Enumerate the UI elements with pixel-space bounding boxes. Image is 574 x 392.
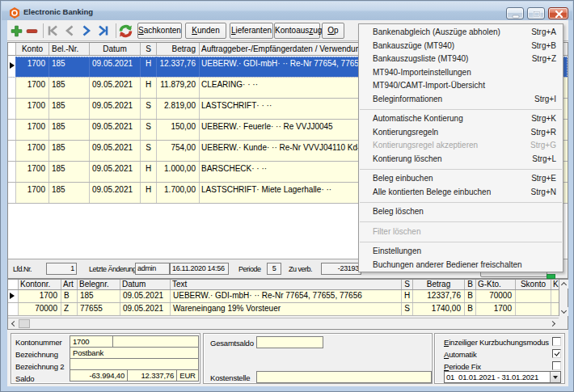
changed-by-field[interactable]: admin [135, 263, 170, 275]
toolbar-button-lieferanten[interactable]: Lieferanten [230, 23, 273, 39]
header-kontonr[interactable]: Kontonr. [19, 280, 61, 289]
menu-separator [360, 202, 562, 203]
header-s[interactable]: S [402, 280, 413, 289]
horizontal-scrollbar[interactable] [8, 318, 559, 328]
header-s[interactable]: S [141, 43, 157, 55]
close-button[interactable] [548, 7, 568, 19]
minimize-button[interactable] [506, 7, 524, 19]
kurzbuchung-label: Einzeiliger Kurzbuchungsmodus [444, 338, 549, 347]
next-record-icon[interactable] [79, 23, 94, 38]
header-belnr[interactable]: Bel.-Nr. [49, 43, 90, 55]
menu-item-einstellungen[interactable]: Einstellungen [359, 245, 563, 259]
scroll-up-button[interactable] [559, 280, 568, 289]
bezeichnung-label: Bezeichnung [15, 350, 58, 359]
zuverb-field[interactable]: -23193 [321, 263, 361, 275]
menu-item-bankenabgleich[interactable]: Bankenabgleich (Auszüge abholen)Strg+A [359, 26, 563, 40]
periode-combobox[interactable]: 01 01.01.2021 - 31.01.2021 [444, 371, 561, 383]
previous-record-icon[interactable] [62, 23, 77, 38]
add-record-icon[interactable] [9, 23, 23, 38]
context-menu: Bankenabgleich (Auszüge abholen)Strg+A B… [358, 23, 563, 272]
automatik-checkbox[interactable] [552, 349, 561, 358]
lfdnr-label: Lfd.Nr. [13, 265, 32, 273]
last-record-icon[interactable] [96, 23, 111, 38]
header-art[interactable]: Art [61, 280, 78, 289]
scroll-right-button[interactable] [548, 319, 558, 328]
bezeichnung-field[interactable]: Postbank [70, 347, 199, 359]
titlebar[interactable]: Electronic Banking [2, 2, 572, 20]
first-record-icon[interactable] [45, 23, 60, 38]
gesamtsaldo-field[interactable] [256, 336, 323, 348]
chevron-left-icon [11, 321, 16, 327]
kostenstelle-field[interactable] [256, 371, 432, 383]
account-group: Kontonummer 1700 Bezeichnung Postbank Be… [11, 333, 200, 384]
menu-item-beleginformationen[interactable]: BeleginformationenStrg+I [359, 93, 563, 107]
header-betrag[interactable]: Betrag [413, 280, 465, 289]
header-konto[interactable]: Konto [16, 43, 49, 55]
scroll-down-button[interactable] [559, 307, 568, 316]
delete-record-icon[interactable] [24, 23, 39, 38]
kurzbuchung-checkbox[interactable] [552, 337, 561, 346]
account-form: Kontonummer 1700 Bezeichnung Postbank Be… [7, 332, 568, 386]
booking-grid: Kontonr. Art Belegnr. Datum Text S Betra… [7, 279, 568, 330]
chevron-up-icon [561, 282, 567, 288]
periode-fix-label: Periode Fix [444, 362, 481, 371]
menu-item-automatische-kontierung[interactable]: Automatische KontierungStrg+K [359, 112, 563, 126]
periode-field[interactable]: 5 [267, 263, 281, 275]
menu-item-kontierung-loeschen[interactable]: Kontierung löschenStrg+L [359, 153, 563, 166]
menu-item-bankauszugsliste[interactable]: Bankauszugsliste (MT940)Strg+Z [359, 53, 563, 66]
menu-item-bankauszuege[interactable]: Bankauszüge (MT940)Strg+B [359, 40, 563, 53]
toolbar-button-op[interactable]: Op [322, 23, 344, 39]
vertical-scrollbar[interactable] [559, 280, 568, 316]
menu-separator [360, 221, 562, 222]
header-b[interactable]: B [465, 280, 476, 289]
booking-grid-header: Kontonr. Art Belegnr. Datum Text S Betra… [8, 280, 568, 290]
options-group: Einzeiliger Kurzbuchungsmodus Automatik … [434, 333, 565, 384]
bezeichnung2-field[interactable] [70, 358, 199, 370]
toolbar-button-kunden[interactable]: Kunden [185, 23, 226, 39]
header-datum[interactable]: Datum [90, 43, 141, 55]
booking-row[interactable]: 1700 B 185 09.05.2021 UEBERW.· GDI-mbH· … [8, 290, 568, 303]
kontonummer-field[interactable]: 1700 [70, 335, 113, 348]
changed-label: Letzte Änderung [89, 265, 137, 273]
toolbar-button-kontoauszug[interactable]: Kontoauszug [274, 23, 320, 39]
menu-item-kontierungsregel-akzeptieren[interactable]: Kontierungsregel akzeptierenStrg+G [359, 139, 563, 153]
app-icon [9, 7, 20, 19]
saldo-group: Gesamtsaldo Kostenstelle [203, 333, 433, 384]
currency-field[interactable]: EUR [176, 369, 199, 381]
periode-fix-checkbox[interactable] [552, 361, 561, 370]
menu-item-beleg-einbuchen[interactable]: Beleg einbuchenStrg+E [359, 172, 563, 186]
menu-item-alle-einbuchen[interactable]: Alle kontierten Belege einbuchenStrg+N [359, 186, 563, 200]
kontonummer2-field[interactable] [112, 335, 199, 348]
booking-row[interactable]: 70000 Z 77655 09.05.2021 Wareneingang 19… [8, 303, 568, 316]
menu-item-beleg-loeschen[interactable]: Beleg löschen [359, 205, 563, 219]
saldo-field[interactable]: -63.994,40 [70, 369, 128, 381]
combo-dropdown-button[interactable] [550, 372, 560, 382]
saldo-label: Saldo [15, 374, 34, 383]
menu-item-kontierungsregeln[interactable]: KontierungsregelnStrg+R [359, 126, 563, 140]
lfdnr-field[interactable]: 1 [46, 263, 77, 275]
toolbar-button-sachkonten[interactable]: Sachkonten [137, 23, 182, 39]
menu-item-filter-loeschen[interactable]: Filter löschen [359, 226, 563, 239]
header-text[interactable]: Text [171, 280, 402, 289]
header-betrag[interactable]: Betrag [157, 43, 200, 55]
header-belegnr[interactable]: Belegnr. [78, 280, 120, 289]
menu-item-mt940-camt[interactable]: MT940/CAMT-Import-Übersicht [359, 79, 563, 93]
changed-at-field[interactable]: 16.11.2020 14:56 [170, 263, 229, 275]
header-skonto[interactable]: Skonto [516, 280, 551, 289]
current-row-marker [10, 62, 15, 69]
scrollbar-thumb[interactable] [19, 319, 30, 328]
toolbar-separator [116, 23, 116, 38]
bezeichnung2-label: Bezeichnung 2 [15, 362, 64, 371]
maximize-button[interactable] [527, 7, 545, 19]
automatik-label: Automatik [444, 350, 476, 359]
app-window: Electronic Banking [0, 0, 574, 392]
menu-item-mt940-import[interactable]: MT940-Importeinstellungen [359, 66, 563, 80]
menu-separator [360, 109, 562, 110]
refresh-icon[interactable] [118, 23, 133, 38]
saldo2-field[interactable]: 12.337,76 [127, 369, 177, 381]
toolbar-separator [43, 23, 44, 38]
menu-item-buchungen-freischalten[interactable]: Buchungen anderer Bediener freischalten [359, 259, 563, 272]
header-gkto[interactable]: G-Kto. [476, 280, 516, 289]
header-datum[interactable]: Datum [120, 280, 171, 289]
scroll-left-button[interactable] [8, 319, 18, 328]
